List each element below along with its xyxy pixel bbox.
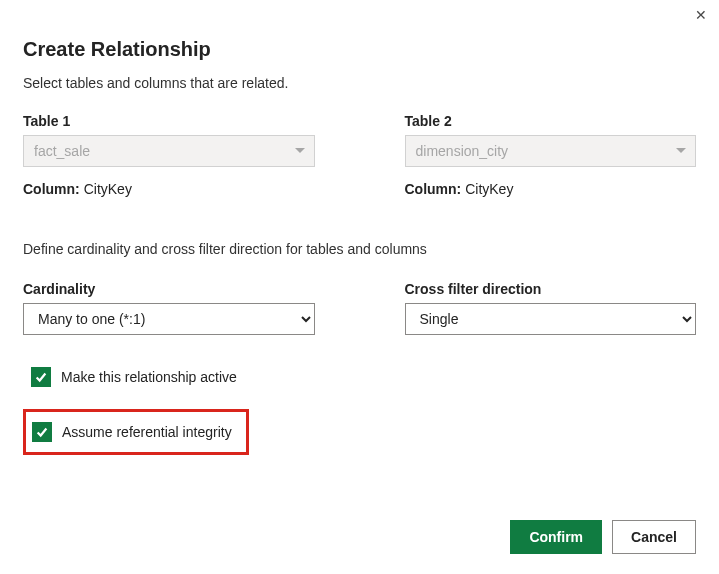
table1-label: Table 1 (23, 113, 315, 129)
table1-column: Column: CityKey (23, 181, 315, 197)
checkbox-active-label: Make this relationship active (61, 369, 237, 385)
cardinality-label: Cardinality (23, 281, 315, 297)
table2-label: Table 2 (405, 113, 697, 129)
checkbox-active[interactable] (31, 367, 51, 387)
dialog-footer: Confirm Cancel (510, 520, 696, 554)
confirm-button[interactable]: Confirm (510, 520, 602, 554)
referential-integrity-highlight: Assume referential integrity (23, 409, 249, 455)
table2-select[interactable] (405, 135, 697, 167)
close-icon[interactable]: ✕ (695, 8, 707, 22)
checkbox-referential[interactable] (32, 422, 52, 442)
check-icon (34, 370, 48, 384)
dialog-subtitle: Select tables and columns that are relat… (23, 75, 696, 91)
create-relationship-dialog: Create Relationship Select tables and co… (0, 0, 719, 455)
table2-column-value: CityKey (465, 181, 513, 197)
table2-column: Column: CityKey (405, 181, 697, 197)
crossfilter-select[interactable]: Single (405, 303, 697, 335)
check-icon (35, 425, 49, 439)
dialog-title: Create Relationship (23, 38, 696, 61)
checkbox-referential-label: Assume referential integrity (62, 424, 232, 440)
cancel-button[interactable]: Cancel (612, 520, 696, 554)
define-text: Define cardinality and cross filter dire… (23, 241, 696, 257)
table2-column-label: Column: (405, 181, 462, 197)
table1-column-value: CityKey (84, 181, 132, 197)
table1-select[interactable] (23, 135, 315, 167)
crossfilter-label: Cross filter direction (405, 281, 697, 297)
table1-column-label: Column: (23, 181, 80, 197)
cardinality-select[interactable]: Many to one (*:1) (23, 303, 315, 335)
